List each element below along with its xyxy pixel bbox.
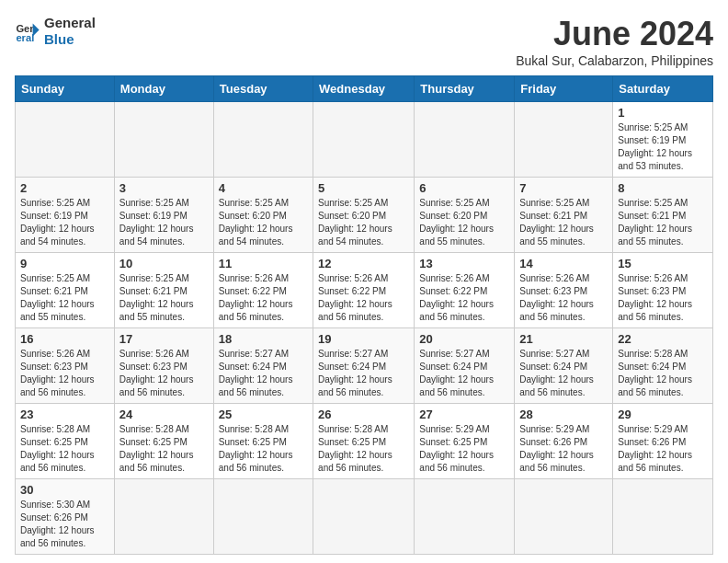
day-number: 6 bbox=[419, 181, 509, 195]
calendar-day-cell bbox=[16, 102, 115, 178]
day-info: Sunrise: 5:26 AM Sunset: 6:23 PM Dayligh… bbox=[119, 348, 209, 399]
day-number: 12 bbox=[318, 257, 409, 270]
calendar-day-cell: 18Sunrise: 5:27 AM Sunset: 6:24 PM Dayli… bbox=[213, 328, 313, 404]
calendar-day-cell bbox=[313, 102, 415, 178]
day-number: 29 bbox=[618, 408, 708, 421]
calendar-day-cell: 21Sunrise: 5:27 AM Sunset: 6:24 PM Dayli… bbox=[515, 328, 613, 404]
day-number: 25 bbox=[219, 408, 308, 421]
calendar-day-cell: 2Sunrise: 5:25 AM Sunset: 6:19 PM Daylig… bbox=[16, 178, 115, 253]
calendar-day-cell: 26Sunrise: 5:28 AM Sunset: 6:25 PM Dayli… bbox=[313, 404, 415, 479]
day-info: Sunrise: 5:25 AM Sunset: 6:21 PM Dayligh… bbox=[20, 272, 109, 324]
calendar-day-cell: 16Sunrise: 5:26 AM Sunset: 6:23 PM Dayli… bbox=[16, 328, 115, 404]
calendar-day-cell: 20Sunrise: 5:27 AM Sunset: 6:24 PM Dayli… bbox=[415, 328, 515, 404]
day-number: 10 bbox=[119, 257, 209, 270]
title-block: June 2024 Bukal Sur, Calabarzon, Philipp… bbox=[516, 15, 713, 68]
svg-text:eral: eral bbox=[16, 32, 34, 43]
calendar-day-cell: 13Sunrise: 5:26 AM Sunset: 6:22 PM Dayli… bbox=[415, 253, 515, 328]
calendar-day-cell: 29Sunrise: 5:29 AM Sunset: 6:26 PM Dayli… bbox=[613, 404, 713, 479]
calendar-day-cell: 7Sunrise: 5:25 AM Sunset: 6:21 PM Daylig… bbox=[515, 178, 613, 253]
day-number: 5 bbox=[318, 181, 409, 195]
logo-icon: Gen eral bbox=[15, 18, 40, 44]
day-number: 3 bbox=[119, 181, 209, 195]
calendar-day-cell: 25Sunrise: 5:28 AM Sunset: 6:25 PM Dayli… bbox=[213, 404, 313, 479]
day-number: 14 bbox=[519, 257, 608, 270]
day-number: 21 bbox=[519, 332, 608, 346]
day-number: 11 bbox=[219, 257, 308, 270]
calendar-day-cell: 27Sunrise: 5:29 AM Sunset: 6:25 PM Dayli… bbox=[415, 404, 515, 479]
day-number: 13 bbox=[419, 257, 509, 270]
calendar-table: SundayMondayTuesdayWednesdayThursdayFrid… bbox=[15, 75, 713, 555]
day-info: Sunrise: 5:25 AM Sunset: 6:21 PM Dayligh… bbox=[618, 197, 708, 248]
calendar-day-cell: 15Sunrise: 5:26 AM Sunset: 6:23 PM Dayli… bbox=[613, 253, 713, 328]
day-info: Sunrise: 5:26 AM Sunset: 6:23 PM Dayligh… bbox=[519, 272, 608, 324]
calendar-day-cell bbox=[515, 102, 613, 178]
calendar-day-cell: 11Sunrise: 5:26 AM Sunset: 6:22 PM Dayli… bbox=[213, 253, 313, 328]
day-info: Sunrise: 5:30 AM Sunset: 6:26 PM Dayligh… bbox=[20, 499, 109, 550]
calendar-day-cell: 23Sunrise: 5:28 AM Sunset: 6:25 PM Dayli… bbox=[16, 404, 115, 479]
calendar-week-row: 16Sunrise: 5:26 AM Sunset: 6:23 PM Dayli… bbox=[16, 328, 713, 404]
calendar-week-row: 2Sunrise: 5:25 AM Sunset: 6:19 PM Daylig… bbox=[16, 178, 713, 253]
day-info: Sunrise: 5:25 AM Sunset: 6:21 PM Dayligh… bbox=[119, 272, 209, 324]
calendar-day-cell: 10Sunrise: 5:25 AM Sunset: 6:21 PM Dayli… bbox=[114, 253, 213, 328]
calendar-day-cell bbox=[415, 102, 515, 178]
day-info: Sunrise: 5:27 AM Sunset: 6:24 PM Dayligh… bbox=[419, 348, 509, 399]
calendar-day-cell: 19Sunrise: 5:27 AM Sunset: 6:24 PM Dayli… bbox=[313, 328, 415, 404]
day-info: Sunrise: 5:29 AM Sunset: 6:26 PM Dayligh… bbox=[618, 423, 708, 475]
day-info: Sunrise: 5:28 AM Sunset: 6:25 PM Dayligh… bbox=[119, 423, 209, 475]
day-info: Sunrise: 5:28 AM Sunset: 6:24 PM Dayligh… bbox=[618, 348, 708, 399]
day-number: 22 bbox=[618, 332, 708, 346]
calendar-day-cell bbox=[415, 479, 515, 555]
day-number: 28 bbox=[519, 408, 608, 421]
logo: Gen eral General Blue bbox=[15, 15, 96, 48]
header: Gen eral General Blue June 2024 Bukal Su… bbox=[15, 15, 713, 68]
day-info: Sunrise: 5:26 AM Sunset: 6:22 PM Dayligh… bbox=[318, 272, 409, 324]
day-info: Sunrise: 5:28 AM Sunset: 6:25 PM Dayligh… bbox=[219, 423, 308, 475]
calendar-day-cell bbox=[114, 102, 213, 178]
weekday-header: Wednesday bbox=[313, 76, 415, 102]
day-info: Sunrise: 5:25 AM Sunset: 6:21 PM Dayligh… bbox=[519, 197, 608, 248]
day-info: Sunrise: 5:26 AM Sunset: 6:22 PM Dayligh… bbox=[419, 272, 509, 324]
calendar-day-cell: 17Sunrise: 5:26 AM Sunset: 6:23 PM Dayli… bbox=[114, 328, 213, 404]
day-info: Sunrise: 5:25 AM Sunset: 6:19 PM Dayligh… bbox=[618, 121, 708, 173]
day-info: Sunrise: 5:26 AM Sunset: 6:23 PM Dayligh… bbox=[20, 348, 109, 399]
day-info: Sunrise: 5:27 AM Sunset: 6:24 PM Dayligh… bbox=[318, 348, 409, 399]
day-number: 24 bbox=[119, 408, 209, 421]
day-number: 1 bbox=[618, 106, 708, 120]
weekday-header-row: SundayMondayTuesdayWednesdayThursdayFrid… bbox=[16, 76, 713, 102]
weekday-header: Sunday bbox=[16, 76, 115, 102]
calendar-day-cell bbox=[213, 479, 313, 555]
calendar-day-cell: 28Sunrise: 5:29 AM Sunset: 6:26 PM Dayli… bbox=[515, 404, 613, 479]
day-number: 26 bbox=[318, 408, 409, 421]
day-number: 15 bbox=[618, 257, 708, 270]
day-number: 2 bbox=[20, 181, 109, 195]
day-info: Sunrise: 5:25 AM Sunset: 6:20 PM Dayligh… bbox=[219, 197, 308, 248]
day-info: Sunrise: 5:26 AM Sunset: 6:23 PM Dayligh… bbox=[618, 272, 708, 324]
day-number: 16 bbox=[20, 332, 109, 346]
calendar-title: June 2024 bbox=[516, 15, 713, 53]
calendar-day-cell: 9Sunrise: 5:25 AM Sunset: 6:21 PM Daylig… bbox=[16, 253, 115, 328]
calendar-day-cell: 14Sunrise: 5:26 AM Sunset: 6:23 PM Dayli… bbox=[515, 253, 613, 328]
calendar-day-cell bbox=[515, 479, 613, 555]
calendar-week-row: 23Sunrise: 5:28 AM Sunset: 6:25 PM Dayli… bbox=[16, 404, 713, 479]
day-number: 20 bbox=[419, 332, 509, 346]
day-info: Sunrise: 5:25 AM Sunset: 6:20 PM Dayligh… bbox=[419, 197, 509, 248]
calendar-subtitle: Bukal Sur, Calabarzon, Philippines bbox=[516, 53, 713, 68]
day-info: Sunrise: 5:25 AM Sunset: 6:19 PM Dayligh… bbox=[119, 197, 209, 248]
logo-text-line2: Blue bbox=[44, 31, 96, 48]
day-number: 19 bbox=[318, 332, 409, 346]
day-info: Sunrise: 5:27 AM Sunset: 6:24 PM Dayligh… bbox=[219, 348, 308, 399]
day-number: 18 bbox=[219, 332, 308, 346]
day-info: Sunrise: 5:28 AM Sunset: 6:25 PM Dayligh… bbox=[318, 423, 409, 475]
calendar-day-cell: 24Sunrise: 5:28 AM Sunset: 6:25 PM Dayli… bbox=[114, 404, 213, 479]
day-number: 17 bbox=[119, 332, 209, 346]
day-info: Sunrise: 5:25 AM Sunset: 6:19 PM Dayligh… bbox=[20, 197, 109, 248]
day-number: 7 bbox=[519, 181, 608, 195]
calendar-day-cell bbox=[313, 479, 415, 555]
calendar-week-row: 1Sunrise: 5:25 AM Sunset: 6:19 PM Daylig… bbox=[16, 102, 713, 178]
day-info: Sunrise: 5:26 AM Sunset: 6:22 PM Dayligh… bbox=[219, 272, 308, 324]
calendar-day-cell: 1Sunrise: 5:25 AM Sunset: 6:19 PM Daylig… bbox=[613, 102, 713, 178]
calendar-week-row: 30Sunrise: 5:30 AM Sunset: 6:26 PM Dayli… bbox=[16, 479, 713, 555]
calendar-day-cell bbox=[613, 479, 713, 555]
calendar-day-cell: 30Sunrise: 5:30 AM Sunset: 6:26 PM Dayli… bbox=[16, 479, 115, 555]
day-info: Sunrise: 5:27 AM Sunset: 6:24 PM Dayligh… bbox=[519, 348, 608, 399]
